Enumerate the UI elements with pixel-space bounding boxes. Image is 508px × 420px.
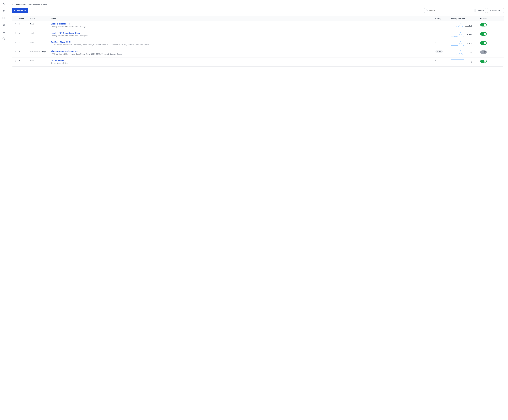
rule-description: HTTP Version, Known Bots, User Agent, Th… [51,44,435,46]
rule-description: Threat Score, URI Path [51,62,435,64]
csr-value: - [435,41,436,43]
row-activity: 21 [451,50,480,56]
row-more: ⋮ [496,23,501,27]
row-order: 5 [19,59,30,62]
rule-description: Country, Threat Score, Known Bots, User … [51,25,435,28]
row-enabled: ✓ [480,59,496,63]
activity-sparkline [451,32,464,37]
csr-badge: 0.04% [435,50,443,53]
table-body: 1 Block Block ID Threat Score Country, T… [12,21,504,66]
activity-count: 34.69M [465,34,472,36]
search-container: Search Show filters [424,8,504,13]
row-more: ⋮ [496,41,501,45]
toggle-check-icon: ✓ [484,24,486,26]
activity-sparkline [451,23,464,28]
row-csr: - [435,23,451,25]
total-count: 5 [32,3,34,5]
csr-value: - [435,32,436,34]
svg-line-3 [3,4,4,5]
row-action: Block [30,41,51,43]
sidebar-icon-list[interactable] [2,30,6,34]
row-action: Block [30,32,51,34]
th-name: Name [51,17,435,20]
row-enabled: ✓ [480,41,496,45]
th-enabled: Enabled [480,17,496,20]
svg-marker-16 [489,10,491,11]
activity-count: 21 [465,52,472,54]
rule-name-link[interactable]: Threat Check - Challenge!!!!!!!! [51,50,435,52]
rule-name-link[interactable]: URI Path Block [51,59,435,61]
toolbar: + Create rule Search Show filters [12,8,504,13]
show-filters-button[interactable]: Show filters [487,8,504,13]
search-input[interactable] [429,9,473,12]
csr-info-icon[interactable]: i [439,18,441,20]
sidebar [0,0,7,420]
rules-table: Order Action Name CSR i Activity last 24… [12,16,504,67]
toggle-switch[interactable]: ✕ [480,51,487,54]
row-name-cell: Bad Bot - Block!!!!!!!!!! HTTP Version, … [51,41,435,46]
row-activity: 4.31M [451,41,480,46]
row-action: Block [30,23,51,25]
row-order: 1 [19,23,30,25]
search-input-wrapper [424,8,474,13]
th-action: Action [30,17,51,20]
row-order: 4 [19,50,30,53]
toggle-switch[interactable]: ✓ [480,41,487,45]
row-csr: 0.04% [435,50,451,53]
more-options-button[interactable]: ⋮ [496,32,500,36]
create-rule-button[interactable]: + Create rule [12,8,28,13]
toggle-check-icon: ✓ [484,42,486,44]
row-name-cell: Threat Check - Challenge!!!!!!!! HTTP Ve… [51,50,435,55]
csr-value: - [435,59,436,61]
more-options-button[interactable]: ⋮ [496,23,500,27]
more-options-button[interactable]: ⋮ [496,59,500,63]
drag-handle[interactable] [14,50,19,52]
toggle-switch[interactable]: ✓ [480,60,487,63]
svg-line-15 [427,11,428,11]
svg-point-2 [4,5,5,5]
sidebar-icon-network[interactable] [2,2,6,6]
table-row: 5 Block URI Path Block Threat Score, URI… [12,58,504,66]
more-options-button[interactable]: ⋮ [496,50,500,54]
activity-sparkline [451,41,464,46]
filters-button-label: Show filters [492,9,501,12]
toggle-check-icon: ✓ [484,33,486,35]
row-more: ⋮ [496,32,501,36]
row-csr: - [435,41,451,43]
sidebar-icon-tool[interactable] [2,9,6,13]
sidebar-icon-shield[interactable] [2,36,6,41]
svg-line-4 [4,4,5,5]
drag-handle[interactable] [14,41,19,43]
row-enabled: ✕ [480,50,496,54]
th-activity: Activity last 24hr [451,17,480,20]
th-csr: CSR i [435,17,451,20]
rule-name-link[interactable]: Block ID Threat Score [51,23,435,25]
activity-sparkline [451,50,464,56]
activity-count: 1.81M [465,24,472,27]
row-action: Managed Challenge [30,50,51,53]
table-row: 3 Block Bad Bot - Block!!!!!!!!!! HTTP V… [12,39,504,48]
svg-point-1 [3,5,3,5]
toggle-switch[interactable]: ✓ [480,32,487,36]
rule-name-link[interactable]: Bad Bot - Block!!!!!!!!!! [51,41,435,43]
row-enabled: ✓ [480,32,496,36]
toggle-switch[interactable]: ✓ [480,23,487,27]
drag-handle[interactable] [14,32,19,34]
app-layout: You have used 5 out of 5 available rules… [0,0,508,420]
row-name-cell: Block ID Threat Score Country, Threat Sc… [51,23,435,28]
rule-name-link[interactable]: is not in "ID" Threat Score Block [51,32,435,34]
row-more: ⋮ [496,50,501,54]
drag-handle[interactable] [14,23,19,25]
svg-point-6 [3,18,4,18]
search-icon [426,9,428,12]
sidebar-icon-doc[interactable] [2,23,6,27]
search-button[interactable]: Search [476,8,486,13]
table-row: 2 Block is not in "ID" Threat Score Bloc… [12,30,504,39]
svg-point-14 [426,9,427,11]
more-options-button[interactable]: ⋮ [496,41,500,45]
sidebar-icon-box[interactable] [2,16,6,20]
drag-handle[interactable] [14,59,19,62]
table-row: 1 Block Block ID Threat Score Country, T… [12,21,504,30]
row-csr: - [435,32,451,34]
svg-rect-5 [3,17,5,19]
